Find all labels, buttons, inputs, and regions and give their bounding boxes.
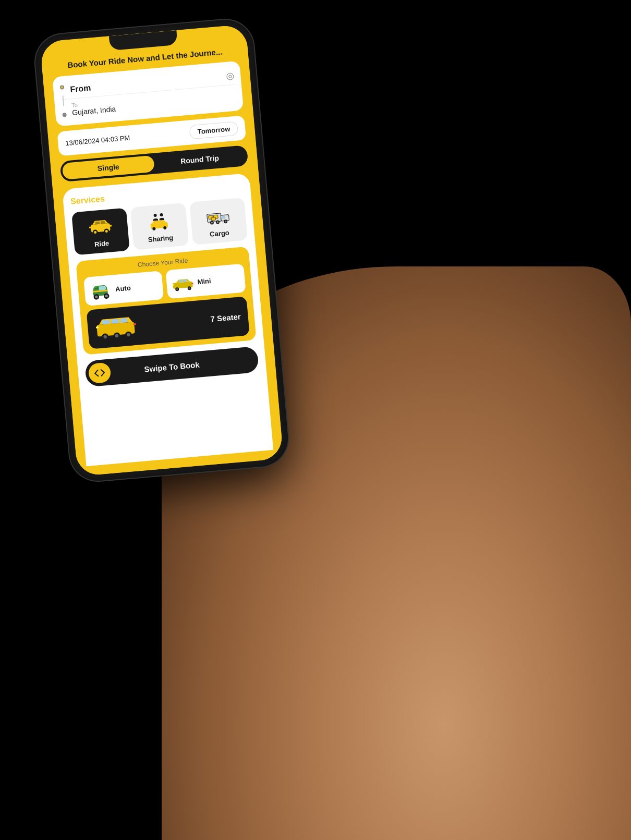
ride-car-icon	[87, 216, 114, 237]
cargo-icon	[205, 206, 230, 226]
swipe-thumb[interactable]	[88, 362, 111, 384]
svg-rect-44	[102, 320, 110, 324]
choose-ride-section: Choose Your Ride	[76, 247, 256, 355]
swipe-arrows-icon	[94, 369, 105, 377]
sharing-label: Sharing	[148, 234, 174, 244]
mini-option[interactable]: Mini	[165, 263, 246, 299]
route-line	[62, 96, 64, 106]
sharing-icon	[147, 211, 172, 232]
service-ride[interactable]: Ride	[71, 208, 130, 255]
svg-point-10	[160, 213, 164, 217]
mini-label: Mini	[197, 277, 211, 286]
svg-rect-53	[96, 326, 99, 328]
svg-rect-46	[120, 318, 127, 323]
svg-rect-2	[100, 221, 105, 224]
svg-rect-7	[89, 226, 92, 228]
service-cargo[interactable]: Cargo	[189, 198, 248, 245]
services-grid: Ride	[71, 198, 248, 255]
seater-icon	[94, 311, 138, 344]
single-trip-option[interactable]: Single	[62, 155, 155, 180]
white-section: Services	[62, 173, 273, 466]
seater-label: 7 Seater	[210, 312, 241, 323]
auto-icon	[88, 281, 113, 301]
phone-frame: Book Your Ride Now and Let the Journe...…	[33, 17, 290, 483]
svg-point-9	[154, 214, 157, 217]
svg-rect-28	[99, 286, 106, 290]
svg-rect-41	[172, 284, 174, 285]
destination-dot	[62, 113, 67, 117]
mini-icon	[171, 275, 195, 291]
svg-rect-1	[95, 222, 100, 225]
cargo-label: Cargo	[210, 229, 230, 238]
svg-rect-54	[134, 323, 136, 325]
ride-label: Ride	[94, 239, 109, 248]
location-container: From ◎ To Gujarat, India	[52, 61, 244, 127]
svg-rect-35	[179, 279, 183, 282]
svg-rect-42	[191, 283, 193, 284]
app-content: Book Your Ride Now and Let the Journe...…	[40, 24, 283, 476]
phone-mockup: Book Your Ride Now and Let the Journe...…	[33, 17, 290, 483]
tomorrow-button[interactable]: Tomorrow	[189, 121, 239, 139]
origin-dot	[60, 85, 65, 90]
svg-rect-36	[183, 279, 187, 282]
seater-option[interactable]: 7 Seater	[86, 296, 249, 349]
auto-label: Auto	[115, 284, 131, 293]
location-target-icon[interactable]: ◎	[225, 70, 235, 82]
swipe-text: Swipe To Book	[110, 355, 255, 376]
auto-option[interactable]: Auto	[83, 271, 164, 306]
service-sharing[interactable]: Sharing	[130, 203, 189, 250]
phone-screen: Book Your Ride Now and Let the Journe...…	[40, 24, 283, 476]
svg-rect-45	[111, 319, 119, 324]
svg-rect-16	[222, 216, 225, 219]
svg-rect-19	[211, 217, 216, 221]
svg-rect-8	[109, 225, 112, 227]
datetime-text: 13/06/2024 04:03 PM	[65, 133, 130, 147]
round-trip-option[interactable]: Round Trip	[153, 147, 246, 172]
